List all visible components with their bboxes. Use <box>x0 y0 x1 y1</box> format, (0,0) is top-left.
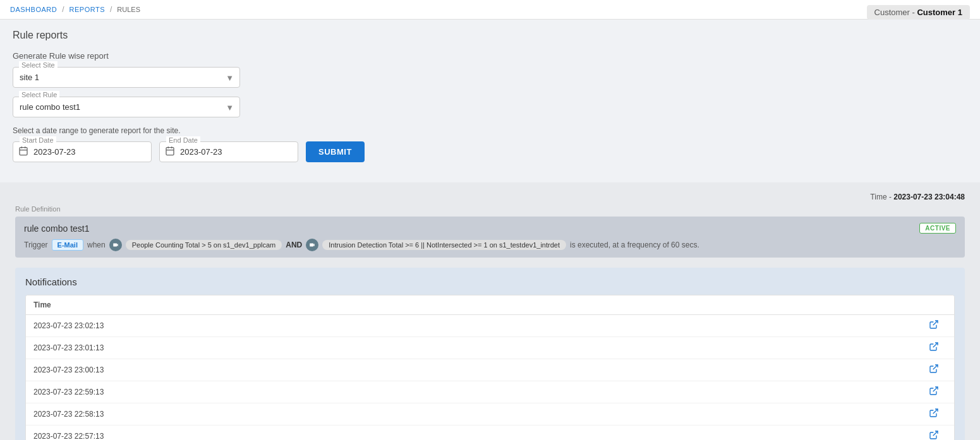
cam-icon-1 <box>109 239 122 251</box>
svg-line-9 <box>933 343 938 347</box>
cam-icon-2 <box>306 239 318 251</box>
table-row: 2023-07-23 23:02:13 <box>26 315 954 337</box>
start-date-wrapper: Start Date <box>13 141 152 162</box>
notifications-title: Notifications <box>25 276 955 287</box>
table-header-row: Time <box>26 295 954 315</box>
row-link-icon[interactable] <box>921 319 947 332</box>
start-date-input[interactable] <box>33 142 135 162</box>
row-link-icon[interactable] <box>921 430 947 440</box>
table-row: 2023-07-23 22:59:13 <box>26 381 954 403</box>
row-link-icon[interactable] <box>921 364 947 376</box>
site-label: Select Site <box>19 61 57 69</box>
row-link-icon[interactable] <box>921 342 947 354</box>
breadcrumb: DASHBOARD / REPORTS / RULES <box>0 0 980 20</box>
main-content: Rule reports Generate Rule wise report S… <box>0 20 980 172</box>
site-field-wrapper: Select Site site 1 ▼ <box>13 67 240 88</box>
svg-line-8 <box>933 321 938 325</box>
rule-select-group: Select Rule rule combo test1 ▼ <box>13 97 967 117</box>
svg-line-11 <box>933 387 938 391</box>
rule-box: rule combo test1 ACTIVE Trigger E-Mail w… <box>15 217 965 258</box>
rule-label: Select Rule <box>19 91 59 98</box>
notifications-section: Notifications Time 2023-07-23 23:02:13 2… <box>15 268 965 440</box>
svg-line-13 <box>933 431 938 436</box>
table-row: 2023-07-23 23:00:13 <box>26 359 954 381</box>
customer-label: Customer - <box>874 8 915 17</box>
breadcrumb-rules: RULES <box>117 6 140 13</box>
customer-badge: Customer - Customer 1 <box>867 5 970 20</box>
section-label: Generate Rule wise report <box>13 51 967 61</box>
svg-line-12 <box>933 409 938 413</box>
rule-box-header: rule combo test1 ACTIVE <box>24 223 956 234</box>
table-cell-time: 2023-07-23 22:57:13 <box>33 432 921 440</box>
start-date-calendar-icon[interactable] <box>13 142 33 162</box>
condition2-chip: Intrusion Detection Total >= 6 || NotInt… <box>322 240 566 250</box>
table-row: 2023-07-23 23:01:13 <box>26 337 954 359</box>
when-text: when <box>87 241 106 249</box>
time-label: Time - <box>870 193 892 201</box>
breadcrumb-reports[interactable]: REPORTS <box>70 6 105 13</box>
trigger-label: Trigger <box>24 241 48 249</box>
submit-button[interactable]: SUBMIT <box>306 141 365 162</box>
breadcrumb-sep-1: / <box>62 5 64 14</box>
row-link-icon[interactable] <box>921 386 947 398</box>
svg-line-10 <box>933 365 938 369</box>
table-cell-time: 2023-07-23 22:58:13 <box>33 410 921 419</box>
rule-field-wrapper: Select Rule rule combo test1 ▼ <box>13 97 240 117</box>
site-select[interactable]: site 1 <box>13 67 240 88</box>
time-display: Time - 2023-07-23 23:04:48 <box>0 189 980 205</box>
time-value: 2023-07-23 23:04:48 <box>893 193 965 201</box>
table-header-time: Time <box>33 300 921 309</box>
condition1-chip: People Counting Total > 5 on s1_dev1_ppl… <box>126 240 282 250</box>
breadcrumb-dashboard[interactable]: DASHBOARD <box>10 6 57 13</box>
date-range-label: Select a date range to generate report f… <box>13 126 967 135</box>
end-date-calendar-icon[interactable] <box>160 142 180 162</box>
site-select-group: Select Site site 1 ▼ <box>13 67 967 88</box>
active-badge: ACTIVE <box>919 223 956 234</box>
rule-trigger-row: Trigger E-Mail when People Counting Tota… <box>24 239 956 251</box>
notifications-table: Time 2023-07-23 23:02:13 2023-07-23 23:0… <box>25 295 955 440</box>
email-badge: E-Mail <box>52 239 83 251</box>
table-body: 2023-07-23 23:02:13 2023-07-23 23:01:13 … <box>26 315 954 440</box>
rule-definition-section: Rule Definition rule combo test1 ACTIVE … <box>0 205 980 268</box>
customer-name: Customer 1 <box>917 8 962 17</box>
table-row: 2023-07-23 22:57:13 <box>26 425 954 440</box>
table-cell-time: 2023-07-23 23:01:13 <box>33 343 921 352</box>
report-section: Time - 2023-07-23 23:04:48 Rule Definiti… <box>0 182 980 440</box>
end-date-input[interactable] <box>180 142 281 162</box>
and-text: AND <box>286 241 302 249</box>
table-cell-time: 2023-07-23 23:02:13 <box>33 321 921 330</box>
page-title: Rule reports <box>13 30 967 41</box>
row-link-icon[interactable] <box>921 408 947 420</box>
table-cell-time: 2023-07-23 22:59:13 <box>33 388 921 396</box>
table-row: 2023-07-23 22:58:13 <box>26 403 954 425</box>
rule-select[interactable]: rule combo test1 <box>13 97 240 117</box>
table-cell-time: 2023-07-23 23:00:13 <box>33 366 921 374</box>
start-date-label: Start Date <box>20 136 56 144</box>
svg-rect-4 <box>166 148 174 155</box>
svg-rect-0 <box>20 148 27 155</box>
frequency-text: is executed, at a frequency of 60 secs. <box>570 241 699 249</box>
rule-def-label: Rule Definition <box>15 205 965 213</box>
end-date-label: End Date <box>166 136 200 144</box>
date-row: Start Date End Date <box>13 141 967 162</box>
end-date-wrapper: End Date <box>159 141 298 162</box>
rule-box-name: rule combo test1 <box>24 223 90 234</box>
breadcrumb-sep-2: / <box>110 5 112 14</box>
